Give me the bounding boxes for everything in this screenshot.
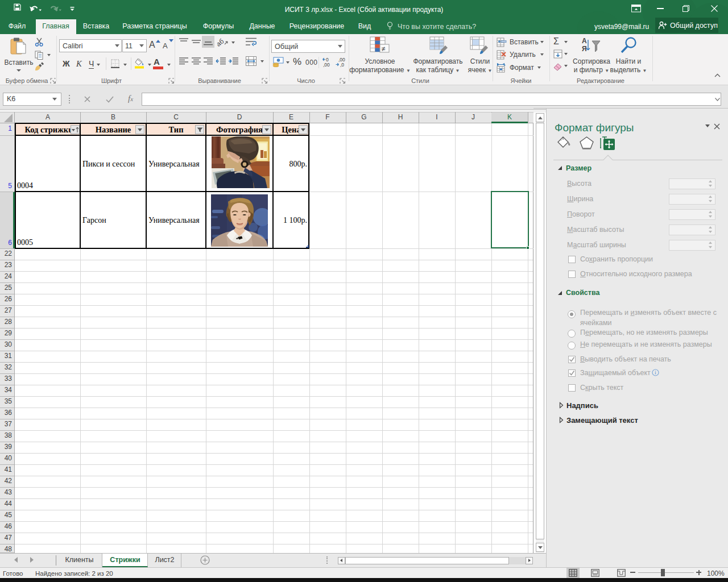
svg-text:аб: аб (217, 38, 225, 48)
svg-text:А: А (582, 37, 587, 45)
svg-text:≠: ≠ (382, 45, 386, 53)
svg-text:,0: ,0 (340, 62, 344, 68)
svg-text:Я: Я (582, 45, 587, 53)
svg-text:,00: ,00 (323, 62, 330, 68)
